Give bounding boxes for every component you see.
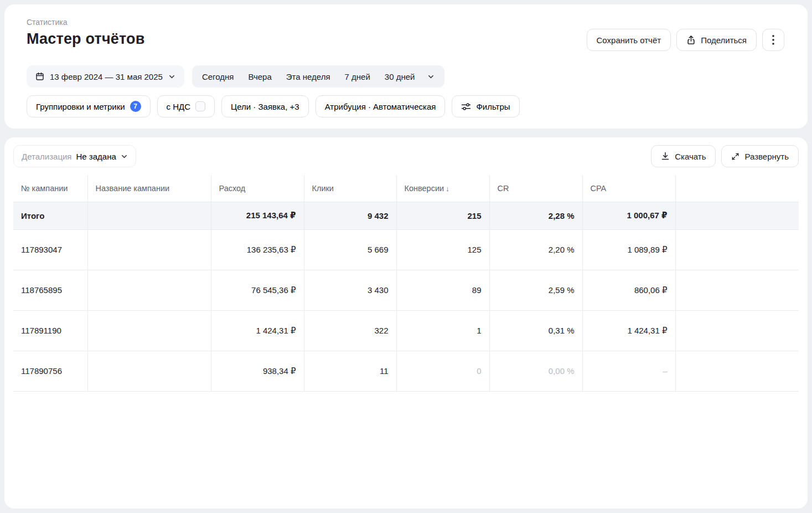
clicks-cell: 5 669 (304, 229, 396, 270)
kebab-menu-icon (772, 35, 774, 45)
goals-button[interactable]: Цели · Заявка, +3 (221, 95, 309, 117)
download-button[interactable]: Скачать (651, 145, 716, 167)
sort-desc-icon: ↓ (446, 184, 449, 193)
column-header-spend[interactable]: Расход (211, 175, 304, 202)
cpa-cell: 1 424,31 ₽ (582, 310, 675, 351)
spend-cell: 76 545,36 ₽ (211, 270, 304, 310)
quick-range-this-week[interactable]: Эта неделя (279, 72, 338, 81)
attribution-label: Атрибуция · Автоматическая (325, 102, 436, 111)
chevron-down-icon[interactable] (427, 73, 435, 80)
table-header-row: № кампании Название кампании Расход Клик… (13, 175, 799, 202)
date-controls-row: 13 февр 2024 — 31 мая 2025 Сегодня Вчера… (27, 65, 784, 88)
spend-cell: 136 235,63 ₽ (211, 229, 304, 270)
vat-toggle-button[interactable]: с НДС (157, 95, 215, 117)
clicks-cell: 322 (304, 310, 396, 351)
column-header-cr[interactable]: CR (489, 175, 582, 202)
table-row[interactable]: 117893047 136 235,63 ₽ 5 669 125 2,20 % … (13, 229, 799, 270)
column-header-spacer (675, 175, 799, 202)
spacer-cell (675, 202, 799, 229)
totals-cr-cell: 2,28 % (489, 202, 582, 229)
table-row[interactable]: 117890756 938,34 ₽ 11 0 0,00 % – (13, 351, 799, 391)
share-label: Поделиться (701, 35, 747, 45)
spacer-cell (675, 351, 799, 391)
totals-conversions-cell: 215 (396, 202, 489, 229)
campaign-name-cell (87, 270, 211, 310)
groupings-metrics-button[interactable]: Группировки и метрики 7 (27, 95, 151, 117)
campaign-id-cell: 118765895 (13, 270, 87, 310)
conversions-cell: 89 (396, 270, 489, 310)
expand-label: Развернуть (744, 152, 789, 161)
expand-icon (731, 152, 739, 161)
date-range-picker[interactable]: 13 февр 2024 — 31 мая 2025 (27, 65, 184, 88)
clicks-cell: 3 430 (304, 270, 396, 310)
cpa-cell: – (582, 351, 675, 391)
quick-range-30-days[interactable]: 30 дней (377, 72, 422, 81)
table-toolbar: Детализация Не задана Скачать (13, 145, 799, 175)
column-header-label: CR (498, 184, 509, 193)
goals-label: Цели · Заявка, +3 (231, 102, 299, 111)
save-report-label: Сохранить отчёт (597, 35, 661, 45)
cr-cell: 0,31 % (489, 310, 582, 351)
conversions-cell: 125 (396, 229, 489, 270)
totals-label-cell: Итого (13, 202, 87, 229)
vat-checkbox[interactable] (195, 101, 205, 111)
page-title: Мастер отчётов (27, 30, 145, 48)
expand-button[interactable]: Развернуть (721, 145, 799, 167)
date-range-value: 13 февр 2024 — 31 мая 2025 (50, 72, 163, 81)
report-header-card: Статистика Мастер отчётов Сохранить отчё… (4, 4, 808, 129)
breadcrumb[interactable]: Статистика (27, 18, 145, 27)
cpa-cell: 1 089,89 ₽ (582, 229, 675, 270)
spend-cell: 938,34 ₽ (211, 351, 304, 391)
column-header-cpa[interactable]: CPA (582, 175, 675, 202)
campaign-id-cell: 117891190 (13, 310, 87, 351)
column-header-clicks[interactable]: Клики (304, 175, 396, 202)
spacer-cell (675, 310, 799, 351)
detail-label: Детализация (22, 152, 72, 161)
filters-button[interactable]: Фильтры (452, 95, 519, 117)
column-header-label: Расход (219, 184, 246, 193)
quick-range-today[interactable]: Сегодня (202, 72, 241, 81)
campaign-id-cell: 117890756 (13, 351, 87, 391)
quick-range-yesterday[interactable]: Вчера (241, 72, 278, 81)
share-button[interactable]: Поделиться (676, 29, 757, 51)
campaign-name-cell (87, 229, 211, 270)
groupings-count-badge: 7 (130, 101, 141, 112)
more-actions-button[interactable] (762, 29, 784, 51)
column-header-conversions[interactable]: Конверсии↓ (396, 175, 489, 202)
spend-cell: 1 424,31 ₽ (211, 310, 304, 351)
column-header-label: Клики (312, 184, 334, 193)
column-header-label: № кампании (21, 184, 68, 193)
title-block: Статистика Мастер отчётов (27, 18, 145, 48)
groupings-metrics-label: Группировки и метрики (36, 102, 125, 111)
quick-range-7-days[interactable]: 7 дней (338, 72, 377, 81)
table-row[interactable]: 117891190 1 424,31 ₽ 322 1 0,31 % 1 424,… (13, 310, 799, 351)
detail-value: Не задана (76, 152, 116, 161)
calendar-icon (35, 72, 44, 81)
attribution-button[interactable]: Атрибуция · Автоматическая (316, 95, 446, 117)
totals-spend-cell: 215 143,64 ₽ (211, 202, 304, 229)
report-table-card: Детализация Не задана Скачать (4, 137, 808, 509)
table-row[interactable]: 118765895 76 545,36 ₽ 3 430 89 2,59 % 86… (13, 270, 799, 310)
conversions-cell: 1 (396, 310, 489, 351)
campaigns-table: № кампании Название кампании Расход Клик… (13, 175, 799, 392)
campaign-name-cell (87, 310, 211, 351)
share-icon (686, 35, 696, 45)
spacer-cell (675, 270, 799, 310)
column-header-campaign-id[interactable]: № кампании (13, 175, 87, 202)
column-header-label: Конверсии (405, 184, 444, 193)
filters-sliders-icon (461, 102, 471, 111)
detail-dropdown[interactable]: Детализация Не задана (13, 145, 136, 167)
campaign-name-cell (87, 351, 211, 391)
totals-name-cell (87, 202, 211, 229)
save-report-button[interactable]: Сохранить отчёт (587, 29, 671, 51)
vat-label: с НДС (167, 102, 191, 111)
cr-cell: 0,00 % (489, 351, 582, 391)
column-header-campaign-name[interactable]: Название кампании (87, 175, 211, 202)
download-icon (661, 152, 670, 161)
chevron-down-icon (121, 153, 128, 160)
cpa-cell: 860,06 ₽ (582, 270, 675, 310)
cr-cell: 2,59 % (489, 270, 582, 310)
column-header-label: CPA (591, 184, 607, 193)
quick-range-group: Сегодня Вчера Эта неделя 7 дней 30 дней (192, 65, 445, 88)
totals-clicks-cell: 9 432 (304, 202, 396, 229)
